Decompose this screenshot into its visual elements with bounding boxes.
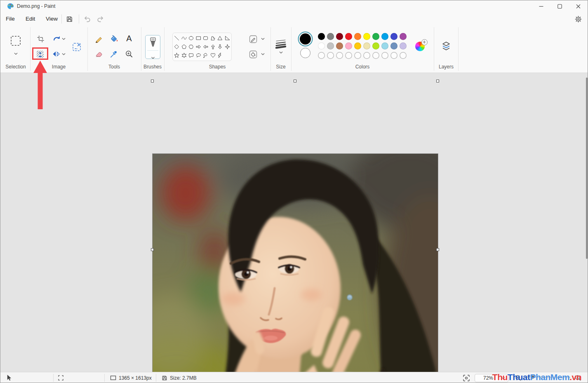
color-swatch[interactable] — [327, 33, 334, 40]
minimize-button[interactable] — [532, 0, 550, 12]
color-swatch-empty[interactable] — [354, 52, 361, 59]
close-button[interactable] — [569, 0, 588, 12]
zoom-level-dropdown[interactable]: 72% — [475, 374, 508, 382]
size-dropdown-chevron[interactable] — [278, 50, 283, 54]
shape-arrow-down-icon[interactable] — [216, 42, 223, 51]
layers-button[interactable] — [441, 41, 451, 52]
color-swatch[interactable] — [390, 33, 397, 40]
color-swatch[interactable] — [345, 33, 352, 40]
color-swatch[interactable] — [390, 42, 397, 49]
rotate-dropdown-chevron[interactable] — [61, 37, 66, 41]
resize-icon[interactable] — [71, 42, 82, 52]
shape-diamond-icon[interactable] — [173, 42, 180, 51]
canvas-image[interactable] — [153, 154, 438, 383]
color-swatch-empty[interactable] — [381, 52, 388, 59]
flip-dropdown-chevron[interactable] — [61, 52, 66, 56]
foreground-color-well[interactable] — [300, 33, 311, 45]
color-swatch-empty[interactable] — [372, 52, 379, 59]
color-swatch[interactable] — [400, 42, 407, 49]
color-swatch[interactable] — [372, 33, 379, 40]
selection-handle-middle-left[interactable] — [151, 248, 154, 251]
size-button[interactable] — [275, 38, 287, 49]
shape-oval-callout-icon[interactable] — [195, 51, 202, 60]
shape-outline-button[interactable] — [248, 35, 259, 44]
shape-polygon-icon[interactable] — [209, 34, 216, 42]
color-swatch-empty[interactable] — [345, 52, 352, 59]
shape-right-triangle-icon[interactable] — [224, 34, 231, 42]
color-swatch[interactable] — [381, 42, 388, 49]
flip-icon[interactable] — [52, 49, 61, 59]
color-swatch[interactable] — [318, 42, 325, 49]
selection-handle-top-center[interactable] — [294, 80, 296, 82]
color-swatch[interactable] — [354, 42, 361, 49]
color-swatch[interactable] — [345, 42, 352, 49]
color-swatch[interactable] — [372, 42, 379, 49]
shape-heart-icon[interactable] — [209, 51, 216, 60]
shape-outline-chevron[interactable] — [260, 37, 265, 41]
brushes-dropdown-chevron[interactable] — [151, 53, 155, 61]
shape-speech-bubble-icon[interactable] — [188, 51, 195, 60]
pencil-tool[interactable] — [94, 34, 103, 43]
maximize-button[interactable] — [550, 0, 569, 12]
color-picker-tool[interactable] — [109, 49, 118, 59]
edit-color-button[interactable] — [415, 42, 426, 52]
color-swatch-empty[interactable] — [363, 52, 370, 59]
shape-arrow-right-icon[interactable] — [195, 42, 202, 51]
zoom-slider-thumb[interactable] — [530, 374, 535, 380]
shape-thought-cloud-icon[interactable] — [202, 51, 209, 60]
shape-fill-chevron[interactable] — [260, 52, 265, 56]
color-swatch[interactable] — [336, 33, 343, 40]
color-swatch[interactable] — [336, 42, 343, 49]
shape-fill-button[interactable] — [248, 50, 259, 59]
color-swatch[interactable] — [318, 33, 325, 40]
menu-edit[interactable]: Edit — [23, 14, 38, 24]
rotate-icon[interactable] — [52, 34, 61, 43]
background-color-well[interactable] — [300, 48, 310, 58]
color-swatch[interactable] — [363, 33, 370, 40]
shape-rounded-rectangle-icon[interactable] — [202, 34, 209, 42]
color-swatch[interactable] — [363, 42, 370, 49]
fit-to-screen-button[interactable] — [463, 372, 470, 383]
zoom-out-button[interactable] — [515, 372, 522, 383]
color-swatch[interactable] — [400, 33, 407, 40]
menu-file[interactable]: File — [3, 14, 17, 24]
selection-dropdown-chevron[interactable] — [12, 52, 19, 56]
zoom-in-button[interactable] — [575, 372, 581, 383]
save-button[interactable] — [65, 15, 73, 23]
crop-icon[interactable] — [36, 34, 45, 43]
canvas-workspace[interactable] — [0, 73, 588, 372]
shape-pentagon-icon[interactable] — [181, 42, 188, 51]
shape-four-point-star-icon[interactable] — [224, 42, 231, 51]
color-swatch-empty[interactable] — [318, 52, 325, 59]
eraser-tool[interactable] — [94, 49, 103, 59]
color-swatch-empty[interactable] — [336, 52, 343, 59]
color-swatch-empty[interactable] — [400, 52, 407, 59]
shape-line-icon[interactable] — [173, 34, 180, 42]
shape-six-point-star-icon[interactable] — [181, 51, 188, 60]
color-swatch[interactable] — [381, 33, 388, 40]
shape-rectangle-icon[interactable] — [195, 34, 202, 42]
color-swatch-empty[interactable] — [327, 52, 334, 59]
color-swatch[interactable] — [354, 33, 361, 40]
magnifier-tool[interactable] — [125, 49, 134, 59]
shape-triangle-icon[interactable] — [216, 34, 223, 42]
shape-hexagon-icon[interactable] — [188, 42, 195, 51]
shape-arrow-up-icon[interactable] — [209, 42, 216, 51]
shape-arrow-left-icon[interactable] — [202, 42, 209, 51]
shape-lightning-icon[interactable] — [216, 51, 223, 60]
shape-ellipse-icon[interactable] — [188, 34, 195, 42]
text-tool[interactable]: A — [125, 33, 134, 43]
menu-view[interactable]: View — [43, 14, 60, 24]
selection-handle-top-right[interactable] — [436, 80, 439, 82]
settings-gear-icon[interactable] — [574, 15, 582, 23]
undo-icon[interactable] — [82, 15, 91, 23]
selection-handle-top-left[interactable] — [151, 80, 154, 82]
color-swatch-empty[interactable] — [390, 52, 397, 59]
vertical-scrollbar[interactable] — [586, 78, 588, 259]
shape-five-point-star-icon[interactable] — [173, 51, 180, 60]
brushes-button[interactable] — [145, 35, 160, 59]
redo-icon[interactable] — [97, 15, 105, 23]
selection-handle-middle-right[interactable] — [436, 248, 439, 251]
rectangle-select-button[interactable] — [10, 35, 21, 47]
shape-curve-icon[interactable] — [181, 34, 188, 42]
